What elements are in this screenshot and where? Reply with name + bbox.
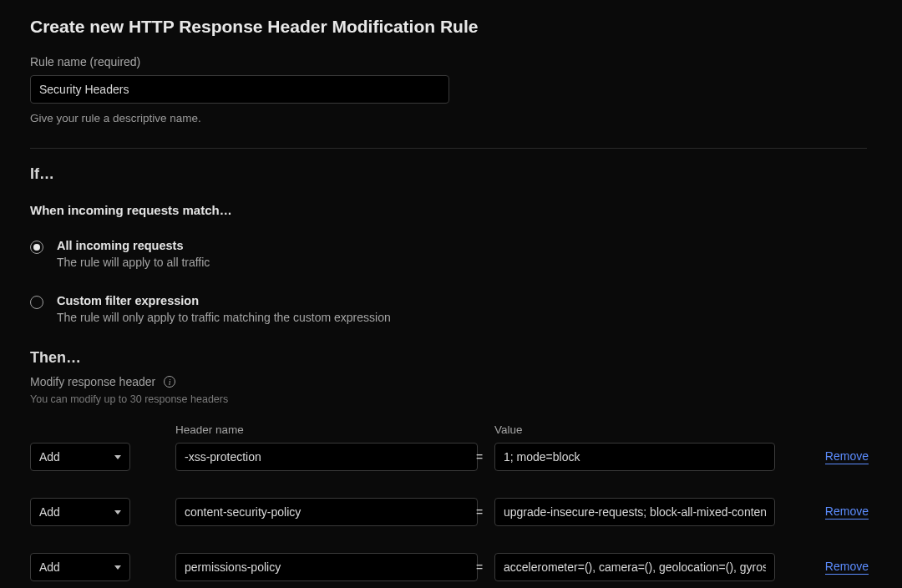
equals-sign: = xyxy=(464,450,494,464)
radio-icon[interactable] xyxy=(30,296,43,309)
header-row: Add = Remove xyxy=(30,443,872,471)
action-select[interactable]: Add xyxy=(30,443,130,471)
equals-sign: = xyxy=(464,505,494,519)
modify-response-header-label: Modify response header xyxy=(30,375,155,388)
chevron-down-icon xyxy=(114,455,121,459)
if-heading: If… xyxy=(30,165,872,183)
match-option-title: Custom filter expression xyxy=(57,294,391,307)
match-option-all[interactable]: All incoming requests The rule will appl… xyxy=(30,239,872,269)
column-header-name: Header name xyxy=(175,423,464,436)
action-select[interactable]: Add xyxy=(30,498,130,526)
action-select-value: Add xyxy=(39,560,60,574)
equals-sign: = xyxy=(464,560,494,574)
remove-button[interactable]: Remove xyxy=(825,560,869,575)
action-select[interactable]: Add xyxy=(30,553,130,581)
action-select-value: Add xyxy=(39,505,60,519)
match-option-desc: The rule will apply to all traffic xyxy=(57,256,210,269)
match-option-custom[interactable]: Custom filter expression The rule will o… xyxy=(30,294,872,324)
column-header-value: Value xyxy=(494,423,775,436)
rule-name-label: Rule name (required) xyxy=(30,55,872,68)
then-heading: Then… xyxy=(30,349,872,367)
action-select-value: Add xyxy=(39,450,60,464)
if-subheading: When incoming requests match… xyxy=(30,203,872,217)
info-icon[interactable]: i xyxy=(164,376,175,388)
chevron-down-icon xyxy=(114,510,121,514)
remove-button[interactable]: Remove xyxy=(825,449,869,464)
header-row: Add = Remove xyxy=(30,553,872,581)
divider xyxy=(30,148,867,149)
match-option-desc: The rule will only apply to traffic matc… xyxy=(57,311,391,324)
page-title: Create new HTTP Response Header Modifica… xyxy=(30,17,872,37)
header-limit-text: You can modify up to 30 response headers xyxy=(30,393,872,405)
remove-button[interactable]: Remove xyxy=(825,504,869,520)
rule-name-helper: Give your rule a descriptive name. xyxy=(30,112,872,124)
radio-icon[interactable] xyxy=(30,241,43,254)
header-row: Add = Remove xyxy=(30,498,872,526)
header-value-input[interactable] xyxy=(494,553,775,581)
header-name-input[interactable] xyxy=(175,498,478,526)
header-value-input[interactable] xyxy=(494,498,775,526)
chevron-down-icon xyxy=(114,565,121,570)
header-name-input[interactable] xyxy=(175,553,478,581)
header-value-input[interactable] xyxy=(494,443,775,471)
rule-name-input[interactable] xyxy=(30,75,449,104)
header-name-input[interactable] xyxy=(175,443,478,471)
match-option-title: All incoming requests xyxy=(57,239,210,252)
